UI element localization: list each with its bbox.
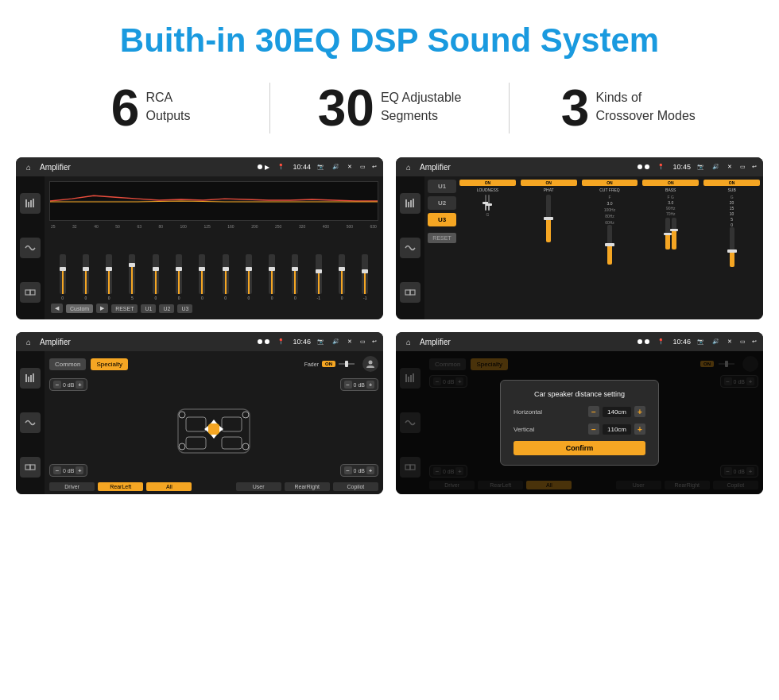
- fader-all-btn[interactable]: All: [146, 482, 192, 491]
- xo-ch-sub: ON SUB G 20 15 10 5 0: [703, 180, 760, 316]
- dialog-dot-1: [638, 339, 642, 344]
- fader-vol-tl-minus[interactable]: −: [53, 381, 61, 389]
- svg-rect-15: [30, 375, 32, 382]
- fader-common-tab[interactable]: Common: [49, 358, 86, 370]
- xo-left-sidebar: [396, 176, 424, 319]
- fader-vol-bl-minus[interactable]: −: [53, 466, 61, 474]
- fader-user-icon[interactable]: [362, 356, 378, 372]
- fader-sidebar-btn-3[interactable]: [20, 457, 41, 478]
- fader-vol-tl-ctrl: − 0 dB +: [49, 378, 87, 391]
- fader-bottom-btns: Driver RearLeft All User RearRight Copil…: [49, 482, 378, 491]
- eq-slider-6: 0: [199, 254, 205, 300]
- fader-vol-br-minus[interactable]: −: [344, 466, 352, 474]
- fader-slider-icon: [339, 361, 355, 367]
- fader-copilot-btn[interactable]: Copilot: [333, 482, 378, 491]
- xo-u3-btn[interactable]: U3: [428, 213, 456, 226]
- eq-sidebar-btn-1[interactable]: [20, 193, 41, 214]
- fader-sidebar-btn-1[interactable]: [20, 368, 41, 389]
- dot-icon: [258, 164, 262, 169]
- eq-status-time: 10:44: [293, 163, 311, 171]
- fader-vol-br-plus[interactable]: +: [366, 466, 374, 474]
- eq-sidebar-btn-2[interactable]: [20, 238, 41, 258]
- fader-vol-bl-plus[interactable]: +: [76, 466, 83, 474]
- eq-slider-1: 0: [83, 254, 89, 300]
- eq-reset-btn[interactable]: RESET: [111, 304, 138, 313]
- fader-on-badge: ON: [322, 361, 335, 367]
- xo-ch-bass: ON BASS F G 3.0 90Hz 70Hz: [642, 180, 699, 316]
- screenshots-grid: ⌂ Amplifier ▶ 📍 10:44 📷 🔊 ✕ ▭ ↩: [0, 149, 779, 510]
- svg-rect-10: [413, 199, 414, 207]
- stat-rca-number: 6: [111, 83, 140, 133]
- xo-sub-label: SUB: [727, 188, 735, 192]
- eq-u3-btn[interactable]: U3: [177, 304, 192, 313]
- fader-screen-title: Amplifier: [40, 338, 253, 346]
- eq-custom-btn[interactable]: Custom: [66, 304, 93, 313]
- eq-screen-content: 25 32 40 50 63 80 100 125 160 200 250 32…: [16, 176, 383, 319]
- dialog-horizontal-plus[interactable]: +: [634, 406, 645, 417]
- dialog-box: Car speaker distance setting Horizontal …: [500, 380, 659, 466]
- dialog-overlay: Car speaker distance setting Horizontal …: [396, 351, 763, 494]
- fader-driver-btn[interactable]: Driver: [49, 482, 95, 491]
- fader-vol-tl: − 0 dB +: [49, 378, 87, 391]
- svg-rect-0: [25, 199, 27, 207]
- eq-sidebar-btn-3[interactable]: [20, 282, 41, 303]
- xo-screen-content: U1 U2 U3 RESET ON LOUDNESS: [396, 176, 763, 319]
- fader-sidebar-btn-2[interactable]: [20, 412, 41, 433]
- xo-sidebar-btn-3[interactable]: [400, 282, 421, 303]
- fader-vol-bottom: − 0 dB + − 0 dB +: [49, 464, 378, 479]
- eq-slider-5: 0: [176, 254, 182, 300]
- fader-vol-tr-plus[interactable]: +: [366, 381, 374, 389]
- fader-vol-tl-plus[interactable]: +: [76, 381, 83, 389]
- xo-u2-btn[interactable]: U2: [428, 196, 456, 210]
- dialog-vertical-label: Vertical: [514, 426, 534, 433]
- xo-ch-phat: ON PHAT: [521, 180, 577, 316]
- stats-row: 6 RCA Outputs 30 EQ Adjustable Segments …: [0, 75, 779, 149]
- fader-vol-tr-minus[interactable]: −: [344, 381, 352, 389]
- fader-vol-bl-ctrl: − 0 dB +: [49, 464, 87, 477]
- xo-cutfreq-on: ON: [582, 180, 638, 186]
- fader-rearright-btn[interactable]: RearRight: [285, 482, 330, 491]
- eq-slider-2: 0: [106, 254, 112, 300]
- dialog-vertical-value: 110cm: [603, 424, 631, 435]
- dialog-confirm-button[interactable]: Confirm: [514, 441, 645, 455]
- xo-dot-icon-2: [645, 164, 649, 169]
- xo-phat-on: ON: [521, 180, 577, 186]
- xo-reset-btn[interactable]: RESET: [428, 233, 456, 243]
- dialog-vertical-row: Vertical − 110cm +: [514, 423, 645, 435]
- xo-status-bar: ⌂ Amplifier 📍 10:45 📷 🔊 ✕ ▭ ↩: [396, 157, 763, 176]
- xo-u1-btn[interactable]: U1: [428, 180, 456, 193]
- fader-specialty-tab[interactable]: Specialty: [91, 358, 127, 370]
- eq-bottom-bar: ◀ Custom ▶ RESET U1 U2 U3: [49, 300, 378, 315]
- eq-screen-title: Amplifier: [40, 163, 253, 172]
- dialog-horizontal-ctrl: − 140cm +: [588, 406, 645, 417]
- fader-dot-1: [258, 339, 262, 344]
- dialog-screen-title: Amplifier: [420, 338, 633, 346]
- svg-point-34: [179, 443, 185, 450]
- eq-play-btn[interactable]: ▶: [96, 304, 108, 313]
- xo-sidebar-btn-2[interactable]: [400, 238, 421, 258]
- stat-crossover-desc: Kinds of Crossover Modes: [595, 83, 695, 125]
- svg-rect-11: [405, 290, 410, 295]
- xo-sidebar-btn-1[interactable]: [400, 193, 421, 214]
- eq-u2-btn[interactable]: U2: [159, 304, 174, 313]
- svg-marker-29: [211, 435, 217, 439]
- xo-presets: U1 U2 U3 RESET: [428, 180, 456, 316]
- eq-left-sidebar: [16, 176, 45, 319]
- eq-prev-btn[interactable]: ◀: [51, 304, 63, 313]
- fader-status-icons: [258, 339, 269, 344]
- eq-slider-10: 0: [292, 254, 298, 300]
- fader-user-btn[interactable]: User: [236, 482, 281, 491]
- dialog-status-time: 10:46: [672, 338, 691, 346]
- dialog-vertical-minus[interactable]: −: [588, 423, 599, 435]
- fader-vol-br-ctrl: − 0 dB +: [340, 464, 378, 477]
- eq-u1-btn[interactable]: U1: [141, 304, 156, 313]
- xo-bass-label: BASS: [665, 188, 676, 192]
- fader-main-area: Common Specialty Fader ON: [45, 351, 383, 494]
- dialog-horizontal-minus[interactable]: −: [588, 406, 599, 417]
- fader-rearleft-btn[interactable]: RearLeft: [98, 482, 143, 491]
- dialog-screen-content: Common Specialty ON − 0 dB +: [396, 351, 763, 494]
- svg-rect-17: [25, 465, 30, 470]
- svg-point-35: [242, 443, 249, 450]
- dialog-vertical-plus[interactable]: +: [634, 423, 645, 435]
- svg-rect-18: [30, 465, 35, 470]
